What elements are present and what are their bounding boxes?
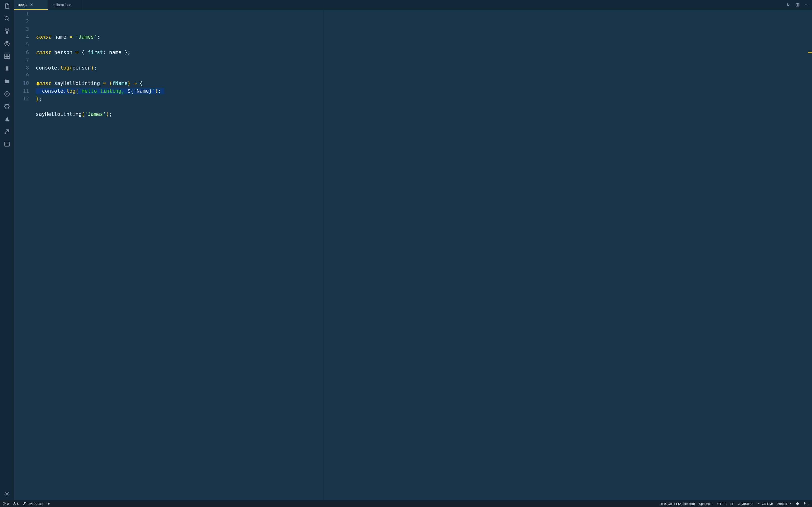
- svg-point-1: [5, 29, 6, 30]
- bookmark-icon[interactable]: [3, 65, 11, 72]
- tab-label: .eslintrc.json: [52, 3, 71, 7]
- eol-status[interactable]: LF: [730, 502, 734, 506]
- code-line[interactable]: sayHelloLinting('James');: [36, 110, 812, 118]
- files-icon[interactable]: [3, 2, 11, 10]
- run-icon[interactable]: [786, 2, 791, 7]
- svg-point-14: [805, 5, 806, 5]
- code-line[interactable]: console.log(`Hello linting, ${fName}`);: [36, 87, 812, 95]
- svg-point-19: [796, 502, 799, 505]
- status-bar: 0 0 Live Share Ln 9, Col 1 (42 selected)…: [0, 500, 812, 507]
- svg-point-11: [6, 494, 8, 495]
- feedback-icon[interactable]: [796, 502, 799, 505]
- line-number: 11: [14, 87, 29, 95]
- activity-bar: [0, 0, 14, 500]
- line-number: 1: [14, 10, 29, 18]
- code-line[interactable]: [36, 72, 812, 79]
- code-line[interactable]: const person = { first: name };: [36, 49, 812, 56]
- quick-actions-status[interactable]: [47, 502, 51, 505]
- minimap-marker: [808, 52, 812, 53]
- live-share-icon[interactable]: [3, 128, 11, 135]
- tab-eslintrc[interactable]: .eslintrc.json: [48, 0, 82, 10]
- prettier-status[interactable]: Prettier: ✓: [777, 502, 792, 506]
- svg-point-20: [797, 503, 797, 503]
- live-share-status[interactable]: Live Share: [23, 502, 43, 506]
- search-icon[interactable]: [3, 15, 11, 22]
- line-number: 8: [14, 64, 29, 72]
- line-number: 9: [14, 72, 29, 79]
- go-live-status[interactable]: Go Live: [757, 502, 773, 506]
- code-line[interactable]: [36, 41, 812, 49]
- line-number: 12: [14, 95, 29, 103]
- svg-rect-7: [7, 56, 9, 59]
- line-number: 7: [14, 56, 29, 64]
- code-line[interactable]: console.log(person);: [36, 64, 812, 72]
- problems-errors[interactable]: 0: [2, 502, 9, 506]
- folder-icon[interactable]: [3, 78, 11, 85]
- code-line[interactable]: 💡const sayHelloLinting = (fName) ⇒ {: [36, 79, 812, 87]
- line-number: 5: [14, 41, 29, 49]
- tab-app-js[interactable]: app.js ✕: [14, 0, 48, 10]
- svg-rect-8: [7, 54, 9, 56]
- svg-point-3: [6, 32, 8, 34]
- tab-label: app.js: [18, 3, 27, 6]
- split-editor-icon[interactable]: [795, 2, 800, 7]
- extensions-icon[interactable]: [3, 53, 11, 60]
- language-status[interactable]: JavaScript: [738, 502, 753, 506]
- azure-icon[interactable]: [3, 115, 11, 123]
- source-control-icon[interactable]: [3, 27, 11, 35]
- line-number: 3: [14, 25, 29, 33]
- svg-point-21: [798, 503, 798, 503]
- code-line[interactable]: const name = 'James';: [36, 33, 812, 41]
- indent-status[interactable]: Spaces: 4: [699, 502, 713, 506]
- svg-point-0: [5, 16, 8, 20]
- svg-point-15: [806, 5, 807, 5]
- github-icon[interactable]: [3, 103, 11, 110]
- svg-point-2: [8, 29, 9, 30]
- code-line[interactable]: [36, 103, 812, 110]
- line-number: 4: [14, 33, 29, 41]
- line-number-gutter: 123456789101112: [14, 10, 36, 500]
- gear-icon[interactable]: [3, 491, 11, 498]
- lightbulb-icon[interactable]: 💡: [36, 80, 40, 88]
- debug-disabled-icon[interactable]: [3, 40, 11, 47]
- code-line[interactable]: };: [36, 95, 812, 103]
- svg-point-18: [758, 503, 759, 504]
- circle-arrow-icon[interactable]: [3, 90, 11, 98]
- svg-point-16: [808, 5, 808, 5]
- notifications-status[interactable]: 1: [803, 502, 810, 506]
- close-icon[interactable]: ✕: [30, 3, 34, 6]
- cursor-position[interactable]: Ln 9, Col 1 (42 selected): [660, 502, 695, 506]
- encoding-status[interactable]: UTF-8: [717, 502, 726, 506]
- svg-rect-13: [798, 4, 799, 6]
- line-number: 10: [14, 79, 29, 87]
- editor[interactable]: 123456789101112 const name = 'James';con…: [14, 10, 812, 500]
- svg-rect-6: [5, 56, 7, 59]
- code-area[interactable]: const name = 'James';const person = { fi…: [36, 10, 812, 500]
- line-number: 6: [14, 49, 29, 56]
- more-icon[interactable]: [804, 2, 809, 7]
- tabs-bar: app.js ✕ .eslintrc.json: [14, 0, 812, 10]
- line-number: 2: [14, 18, 29, 25]
- problems-warnings[interactable]: 0: [13, 502, 19, 506]
- browser-preview-icon[interactable]: [3, 140, 11, 148]
- svg-rect-5: [5, 54, 7, 56]
- editor-actions: [783, 0, 812, 10]
- code-line[interactable]: [36, 118, 812, 126]
- code-line[interactable]: [36, 56, 812, 64]
